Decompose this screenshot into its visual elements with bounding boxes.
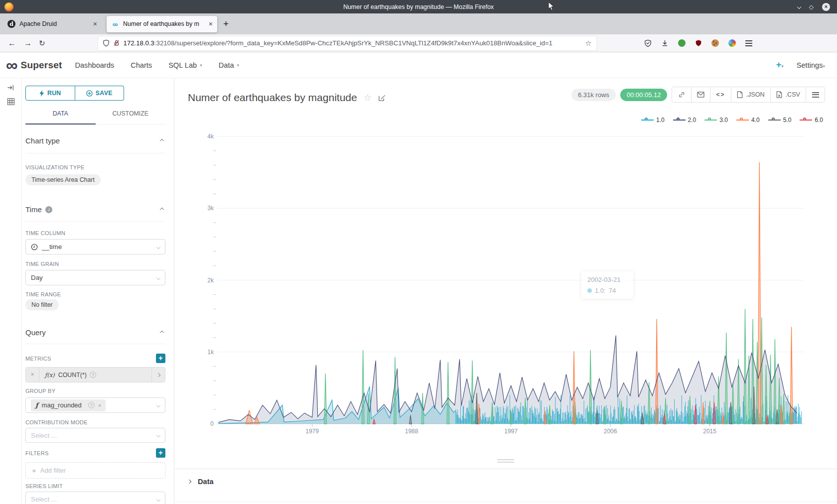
metric-chip[interactable]: × ƒ(x) COUNT(*) ?: [26, 368, 151, 382]
time-range-label: TIME RANGE: [25, 291, 165, 297]
legend-item-3.0[interactable]: 3.0: [704, 117, 728, 124]
svg-text:2006: 2006: [604, 428, 617, 435]
superset-brand[interactable]: Superset: [21, 60, 62, 71]
superset-logo-icon[interactable]: ∞: [6, 57, 18, 73]
clock-icon: [31, 244, 38, 251]
nav-dashboards[interactable]: Dashboards: [75, 61, 114, 69]
contribution-mode-select[interactable]: Select ...: [25, 428, 165, 443]
chevron-up-icon: [160, 330, 164, 334]
contribution-mode-label: CONTRIBUTION MODE: [25, 419, 165, 425]
url-bar[interactable]: 172.18.0.3:32108/superset/explore/?form_…: [98, 36, 596, 50]
viz-type-pill[interactable]: Time-series Area Chart: [25, 174, 101, 185]
add-filter-box[interactable]: + Add filter: [25, 462, 165, 479]
timeseries-area-chart[interactable]: 01k2k3k4k19791988199720062015: [174, 128, 837, 437]
extension-pinwheel-icon[interactable]: [728, 39, 736, 47]
superset-icon: ∞: [111, 20, 119, 28]
nav-charts[interactable]: Charts: [131, 61, 152, 69]
tab-customize[interactable]: CUSTOMIZE: [96, 104, 166, 124]
email-button[interactable]: [691, 87, 710, 102]
export-json-button[interactable]: .JSON: [731, 87, 770, 102]
section-chart-type[interactable]: Chart type: [25, 125, 165, 153]
time-column-select[interactable]: __time: [25, 239, 165, 254]
favorite-star-icon[interactable]: ☆: [364, 92, 372, 103]
legend-item-5.0[interactable]: 5.0: [768, 117, 792, 124]
svg-text:3k: 3k: [207, 205, 214, 212]
tab-data[interactable]: DATA: [25, 104, 96, 124]
tab-earthquakes-active[interactable]: ∞ Numer of earthquakes by m ×: [107, 16, 217, 32]
remove-chip-icon[interactable]: ×: [98, 402, 101, 408]
privacy-badger-icon[interactable]: [678, 39, 686, 47]
data-panel-header[interactable]: Data: [174, 469, 837, 486]
add-filter-plus-button[interactable]: +: [156, 448, 165, 458]
time-column-label: TIME COLUMN: [25, 230, 165, 236]
tracking-shield-icon[interactable]: [103, 39, 110, 47]
chevron-up-icon: [160, 207, 164, 211]
remove-metric-icon[interactable]: ×: [26, 368, 39, 382]
add-new-button[interactable]: +▾: [776, 60, 784, 70]
tab-close-icon[interactable]: ×: [93, 20, 97, 27]
time-grain-select[interactable]: Day: [25, 270, 165, 285]
chart-menu-button[interactable]: [806, 87, 825, 102]
metric-expand-icon[interactable]: [151, 368, 165, 382]
tab-close-icon[interactable]: ×: [209, 20, 213, 27]
file-x-icon: [776, 91, 782, 98]
fx-icon: ƒ(x): [45, 372, 55, 378]
window-titlebar: Numer of earthquakes by magnitude — Mozi…: [0, 0, 837, 13]
resize-handle[interactable]: [497, 459, 514, 464]
legend-marker-icon: [641, 118, 654, 123]
superset-header: ∞ Superset Dashboards Charts SQL Lab▾ Da…: [0, 52, 837, 78]
browser-menu-icon[interactable]: [745, 40, 752, 46]
back-button[interactable]: ←: [8, 39, 16, 48]
pocket-shield-icon[interactable]: [644, 39, 652, 47]
edit-icon[interactable]: [378, 94, 386, 102]
svg-text:2015: 2015: [703, 428, 716, 435]
forward-button[interactable]: →: [24, 39, 32, 48]
window-minimize-icon[interactable]: [797, 4, 801, 8]
window-maximize-icon[interactable]: ◇: [809, 4, 814, 10]
ublock-icon[interactable]: [695, 39, 702, 47]
legend-marker-icon: [736, 118, 749, 123]
metrics-label: METRICS +: [25, 354, 165, 363]
section-query[interactable]: Query: [25, 310, 165, 344]
reload-button[interactable]: ↻: [39, 39, 45, 48]
run-button[interactable]: RUN: [25, 86, 75, 101]
tab-apache-druid[interactable]: d Apache Druid ×: [3, 16, 102, 32]
group-by-select[interactable]: ƒ mag_rounded ? ×: [25, 397, 165, 413]
svg-text:0: 0: [210, 420, 214, 427]
copy-link-button[interactable]: [672, 87, 691, 102]
dataset-grid-icon[interactable]: [7, 98, 15, 106]
expand-datasource-icon[interactable]: [7, 84, 14, 91]
group-by-chip[interactable]: ƒ mag_rounded ? ×: [31, 399, 106, 411]
bookmark-star-icon[interactable]: ☆: [585, 39, 591, 48]
chart-tooltip: 2002-03-21 1.0: 74: [581, 271, 633, 299]
insecure-lock-icon[interactable]: [113, 39, 120, 47]
section-time[interactable]: Timei: [25, 185, 165, 222]
settings-menu[interactable]: Settings▾: [797, 61, 825, 69]
metric-control[interactable]: × ƒ(x) COUNT(*) ?: [25, 367, 165, 382]
chart-title: Numer of earthquakes by magnitude: [188, 92, 357, 104]
embed-code-button[interactable]: <>: [710, 87, 730, 102]
export-csv-button[interactable]: .CSV: [770, 87, 806, 102]
cookie-icon[interactable]: [711, 39, 719, 47]
tooltip-date: 2002-03-21: [587, 276, 627, 283]
window-close-icon[interactable]: ×: [822, 3, 830, 11]
legend-item-4.0[interactable]: 4.0: [736, 117, 760, 124]
chevron-up-icon: [160, 138, 164, 142]
window-title: Numer of earthquakes by magnitude — Mozi…: [0, 3, 837, 10]
chevron-right-icon: [187, 480, 191, 484]
save-button[interactable]: SAVE: [75, 86, 125, 101]
url-path: :32108/superset/explore/?form_data_key=K…: [154, 39, 553, 47]
legend-item-1.0[interactable]: 1.0: [641, 117, 665, 124]
new-tab-button[interactable]: +: [223, 18, 229, 29]
add-metric-button[interactable]: +: [156, 354, 165, 363]
legend-item-2.0[interactable]: 2.0: [673, 117, 697, 124]
bolt-icon: [39, 90, 44, 97]
download-icon[interactable]: [661, 39, 669, 47]
legend-item-6.0[interactable]: 6.0: [800, 117, 823, 124]
series-limit-select[interactable]: Select ...: [25, 492, 165, 504]
mouse-cursor: [548, 1, 555, 11]
nav-sql-lab[interactable]: SQL Lab▾: [168, 61, 202, 69]
nav-data[interactable]: Data▾: [219, 61, 239, 69]
time-range-pill[interactable]: No filter: [25, 299, 59, 310]
url-input[interactable]: 172.18.0.3:32108/superset/explore/?form_…: [124, 39, 582, 47]
